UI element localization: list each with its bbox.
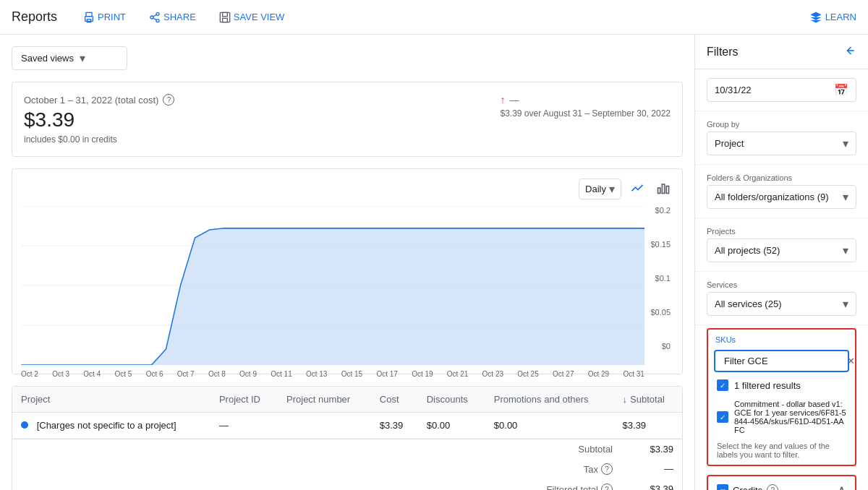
learn-icon	[809, 11, 822, 24]
content-area: Saved views ▾ October 1 – 31, 2022 (tota…	[0, 35, 694, 490]
skus-label: SKUs	[715, 335, 736, 344]
col-discounts: Discounts	[418, 387, 485, 413]
folders-label: Folders & Organizations	[707, 173, 856, 182]
folders-select[interactable]: All folders/organizations (9) ▾	[707, 185, 856, 209]
tax-row: Tax ? —	[12, 459, 682, 479]
sidebar: Filters 10/31/22 📅 Group by Project ▾ Fo…	[694, 35, 868, 490]
tax-help-icon[interactable]: ?	[601, 463, 613, 475]
line-chart-icon	[630, 181, 644, 195]
granularity-chevron-icon: ▾	[609, 182, 615, 196]
share-icon	[149, 12, 161, 23]
folders-chevron-icon: ▾	[843, 190, 848, 204]
skus-filter-input[interactable]	[724, 356, 846, 366]
dash-icon: —	[509, 95, 519, 106]
svg-rect-8	[220, 12, 229, 22]
credits-checkbox-icon: −	[717, 484, 728, 490]
services-label: Services	[707, 280, 856, 289]
folders-value: All folders/organizations (9)	[715, 192, 829, 202]
table-container: Project Project ID Project number Cost D…	[12, 386, 683, 490]
projects-section: Projects All projects (52) ▾	[695, 218, 868, 272]
bar-chart-button[interactable]	[653, 178, 673, 200]
tax-value: —	[630, 463, 673, 475]
col-project-number: Project number	[278, 387, 371, 413]
filtered-results-item[interactable]: ✓ 1 filtered results	[708, 375, 855, 395]
services-section: Services All services (25) ▾	[695, 272, 868, 325]
save-view-button[interactable]: SAVE VIEW	[210, 7, 294, 27]
filtered-total-value: $3.39	[630, 483, 673, 490]
filters-title: Filters	[707, 46, 739, 59]
svg-point-5	[156, 19, 159, 22]
filtered-total-help-icon[interactable]: ?	[601, 483, 613, 490]
cost-credits: includes $0.00 in credits	[24, 134, 174, 145]
col-project: Project	[12, 387, 210, 413]
granularity-select[interactable]: Daily ▾	[579, 179, 621, 199]
skus-section: SKUs ✕ ✓ 1 filtered results	[707, 328, 856, 466]
date-filter[interactable]: 10/31/22 📅	[707, 78, 856, 102]
chart-svg	[21, 206, 644, 365]
sku-item-label: Commitment - dollar based v1: GCE for 1 …	[734, 400, 846, 434]
saved-views-label: Saved views	[21, 53, 74, 64]
services-value: All services (25)	[715, 298, 781, 309]
svg-rect-0	[86, 12, 92, 16]
cell-subtotal: $3.39	[614, 413, 682, 439]
date-filter-section: 10/31/22 📅	[695, 69, 868, 111]
svg-point-4	[150, 16, 153, 19]
date-value: 10/31/22	[715, 85, 752, 95]
comparison-text: $3.39 over August 31 – September 30, 202…	[500, 108, 671, 119]
sort-icon: ↓	[623, 394, 628, 405]
credits-title: − Credits ?	[717, 484, 778, 490]
sku-checkbox[interactable]: ✓	[717, 411, 728, 423]
filter-input-row: ✕	[714, 350, 849, 372]
projects-select[interactable]: All projects (52) ▾	[707, 238, 856, 262]
help-icon[interactable]: ?	[163, 94, 174, 106]
print-icon	[83, 12, 95, 23]
skus-label-row: SKUs	[708, 330, 855, 347]
folders-section: Folders & Organizations All folders/orga…	[695, 165, 868, 218]
filtered-total-label: Filtered total ?	[546, 483, 613, 490]
cell-project-id: —	[210, 413, 278, 439]
filtered-results-label: 1 filtered results	[734, 380, 801, 391]
page-title: Reports	[12, 9, 57, 25]
svg-rect-11	[658, 188, 660, 194]
chart-area: Daily ▾ $0.2 $0.15 $0.1 $0.05 $0	[12, 168, 683, 374]
header: Reports PRINT SHARE SAVE VIEW LEARN	[0, 0, 868, 35]
projects-value: All projects (52)	[715, 245, 780, 256]
y-axis-labels: $0.2 $0.15 $0.1 $0.05 $0	[644, 206, 673, 351]
svg-point-3	[156, 12, 159, 15]
credits-help-icon[interactable]: ?	[767, 484, 778, 490]
svg-rect-9	[222, 12, 227, 16]
group-by-select[interactable]: Project ▾	[707, 132, 856, 155]
credits-header: − Credits ? ∧	[708, 476, 855, 490]
group-by-value: Project	[715, 138, 744, 149]
print-button[interactable]: PRINT	[75, 7, 135, 27]
col-promotions: Promotions and others	[485, 387, 614, 413]
x-axis-labels: Oct 2 Oct 3 Oct 4 Oct 5 Oct 6 Oct 7 Oct …	[21, 370, 673, 378]
tax-label: Tax ?	[584, 463, 613, 475]
project-dot	[21, 421, 28, 429]
group-by-chevron-icon: ▾	[843, 137, 848, 150]
learn-button[interactable]: LEARN	[809, 11, 856, 24]
filter-clear-button[interactable]: ✕	[846, 354, 856, 368]
cost-table: Project Project ID Project number Cost D…	[12, 387, 682, 439]
bar-chart-icon	[656, 181, 671, 195]
credits-container: − Credits ? ∧ − Discounts ?	[695, 475, 868, 490]
sidebar-collapse-button[interactable]	[842, 43, 856, 60]
filtered-results-checkbox[interactable]: ✓	[717, 379, 728, 391]
collapse-icon	[842, 43, 856, 58]
share-button[interactable]: SHARE	[140, 7, 205, 27]
services-select[interactable]: All services (25) ▾	[707, 292, 856, 316]
cost-amount: $3.39	[24, 108, 174, 132]
sku-item[interactable]: ✓ Commitment - dollar based v1: GCE for …	[708, 395, 855, 439]
cell-cost: $3.39	[371, 413, 418, 439]
col-subtotal: ↓Subtotal	[614, 387, 682, 413]
cell-project-number	[278, 413, 371, 439]
saved-views-row: Saved views ▾	[12, 46, 683, 70]
saved-views-select[interactable]: Saved views ▾	[12, 46, 127, 70]
table-row: [Charges not specific to a project] — $3…	[12, 413, 682, 439]
chart-wrapper: $0.2 $0.15 $0.1 $0.05 $0	[21, 206, 673, 365]
cost-period: October 1 – 31, 2022 (total cost) ?	[24, 94, 174, 106]
table-footer: Subtotal $3.39 Tax ? — Filtered total ? …	[12, 439, 682, 490]
line-chart-button[interactable]	[627, 178, 647, 200]
credits-collapse-icon[interactable]: ∧	[837, 482, 846, 490]
group-by-section: Group by Project ▾	[695, 111, 868, 165]
